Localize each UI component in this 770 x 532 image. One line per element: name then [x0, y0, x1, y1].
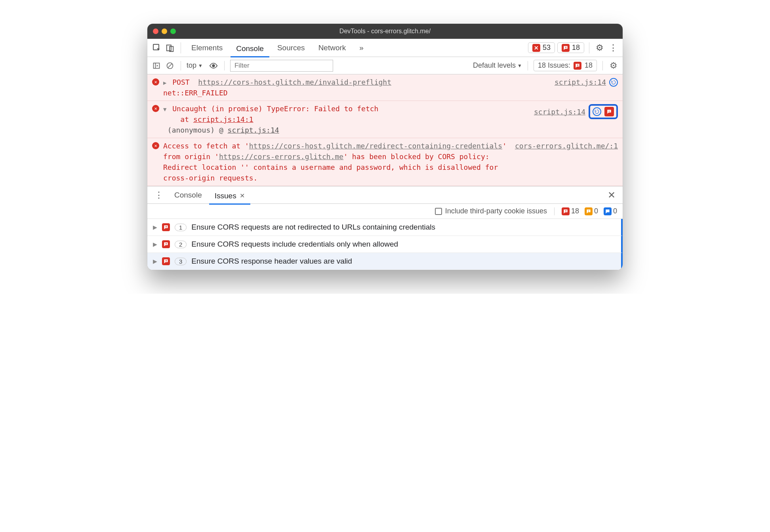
svg-text:!: ! [588, 209, 589, 213]
separator [181, 42, 181, 53]
issues-badge[interactable]: ✕ 18 [557, 42, 584, 53]
issue-icon: ✕ [162, 223, 170, 231]
issue-icon: ✕ [162, 257, 170, 265]
drawer-tab-console[interactable]: Console [169, 188, 208, 202]
issue-title: Ensure CORS requests include credentials… [191, 240, 398, 249]
refresh-icon[interactable] [609, 78, 618, 87]
issues-list: ▶ ✕ 1 Ensure CORS requests are not redir… [147, 219, 623, 270]
collapse-icon[interactable]: ▼ [163, 105, 166, 114]
separator [554, 207, 555, 215]
issue-row[interactable]: ▶ ✕ 1 Ensure CORS requests are not redir… [147, 219, 623, 236]
errors-count: 53 [543, 44, 551, 52]
request-url[interactable]: https://cors-host.glitch.me/invalid-pref… [198, 78, 391, 86]
source-link[interactable]: cors-errors.glitch.me/:1 [515, 141, 618, 151]
issue-row[interactable]: ▶ ✕ 3 Ensure CORS response header values… [147, 253, 623, 270]
tab-more[interactable]: » [354, 41, 369, 55]
expand-icon[interactable]: ▶ [163, 79, 166, 87]
gear-icon[interactable]: ⚙ [608, 61, 619, 71]
drawer-kebab-icon[interactable]: ⋮ [151, 190, 167, 200]
close-tab-icon[interactable]: ✕ [240, 192, 245, 200]
stack-frame: (anonymous) @ [168, 126, 223, 134]
log-message: ▶ POST https://cors-host.glitch.me/inval… [163, 77, 555, 98]
checkbox-label: Include third-party cookie issues [445, 207, 547, 215]
maximize-window[interactable] [170, 28, 176, 34]
expand-icon[interactable]: ▶ [153, 224, 157, 230]
stack-link[interactable]: script.js:14 [228, 126, 279, 134]
issue-count-badge: 3 [175, 258, 187, 265]
log-row-error[interactable]: ✕ ▶ POST https://cors-host.glitch.me/inv… [147, 74, 623, 101]
count-value: 0 [613, 207, 617, 215]
issue-icon: ✕ [562, 207, 570, 215]
log-message: Access to fetch at 'https://cors-host.gl… [163, 141, 515, 183]
tab-console[interactable]: Console [231, 42, 269, 57]
log-source-area: cors-errors.glitch.me/:1 [515, 141, 618, 151]
svg-rect-1 [167, 45, 171, 51]
url-link[interactable]: https://cors-errors.glitch.me [219, 152, 343, 161]
expand-icon[interactable]: ▶ [153, 258, 157, 264]
gear-icon[interactable]: ⚙ [594, 42, 605, 53]
svg-text:✕: ✕ [608, 110, 610, 113]
issue-row[interactable]: ▶ ✕ 2 Ensure CORS requests include crede… [147, 236, 623, 253]
drawer-tab-issues[interactable]: Issues ✕ [209, 189, 250, 205]
source-link[interactable]: script.js:14 [555, 77, 606, 87]
tab-network[interactable]: Network [313, 41, 352, 55]
issue-icon[interactable]: ✕ [604, 107, 614, 116]
log-source-area: script.js:14 [555, 77, 618, 87]
error-icon: ✕ [152, 78, 159, 86]
loglevels-selector[interactable]: Default levels ▼ [473, 61, 522, 70]
source-link[interactable]: script.js:14 [534, 106, 585, 117]
issues-pill[interactable]: 18 Issues: ✕ 18 [534, 60, 597, 71]
traffic-lights [153, 28, 176, 34]
annotation-highlight: ✕ [589, 104, 618, 119]
error-icon: ✕ [152, 105, 159, 112]
tab-sources[interactable]: Sources [272, 41, 311, 55]
expand-icon[interactable]: ▶ [153, 241, 157, 247]
device-icon[interactable] [165, 42, 176, 53]
error-icon: ✕ [152, 142, 159, 149]
url-link[interactable]: rect-containing-credentials [387, 142, 503, 150]
url-link[interactable]: https://cors-host.glitch.me/redi [249, 142, 387, 150]
warning-icon: ! [585, 207, 593, 215]
loglevels-label: Default levels [473, 61, 516, 70]
info-count[interactable]: 0 [604, 207, 617, 215]
separator [181, 61, 181, 70]
kebab-icon[interactable]: ⋮ [608, 42, 619, 53]
console-log-area: ✕ ▶ POST https://cors-host.glitch.me/inv… [147, 74, 623, 186]
stack-at: at [180, 115, 193, 124]
window-title: DevTools - cors-errors.glitch.me/ [339, 28, 431, 35]
error-code: net::ERR_FAILED [163, 89, 228, 97]
error-icon: ✕ [532, 44, 540, 52]
close-window[interactable] [153, 28, 158, 34]
separator [224, 61, 225, 70]
warning-count[interactable]: ! 0 [585, 207, 598, 215]
include-3p-cookie-checkbox[interactable]: Include third-party cookie issues [435, 207, 547, 215]
issue-count-badge: 2 [175, 241, 187, 248]
issues-label: 18 Issues: [538, 61, 570, 70]
http-method: POST [172, 78, 189, 86]
clear-console-icon[interactable] [165, 61, 175, 71]
separator [528, 61, 528, 70]
context-label: top [187, 61, 196, 70]
issue-title: Ensure CORS response header values are v… [191, 257, 352, 266]
stack-link[interactable]: script.js:14:1 [193, 115, 253, 124]
close-drawer-icon[interactable]: ✕ [604, 190, 619, 201]
filter-input[interactable] [230, 60, 333, 72]
issues-filter-bar: Include third-party cookie issues ✕ 18 !… [147, 204, 623, 219]
inspect-icon[interactable] [151, 42, 162, 53]
drawer-tabbar: ⋮ Console Issues ✕ ✕ [147, 186, 623, 204]
minimize-window[interactable] [162, 28, 167, 34]
console-toolbar: top ▼ Default levels ▼ 18 Issues: ✕ 18 ⚙ [147, 57, 623, 74]
sidebar-toggle-icon[interactable] [151, 61, 162, 71]
svg-text:✕: ✕ [564, 209, 566, 212]
log-row-error[interactable]: ✕ Access to fetch at 'https://cors-host.… [147, 138, 623, 186]
issue-title: Ensure CORS requests are not redirected … [191, 223, 435, 232]
log-message: ▼ Uncaught (in promise) TypeError: Faile… [163, 103, 534, 135]
issues-count: 18 [572, 44, 580, 52]
tab-elements[interactable]: Elements [186, 41, 228, 55]
log-row-error[interactable]: ✕ ▼ Uncaught (in promise) TypeError: Fai… [147, 101, 623, 138]
eye-icon[interactable] [208, 61, 219, 71]
refresh-icon[interactable] [593, 107, 601, 116]
context-selector[interactable]: top ▼ [187, 61, 203, 70]
errors-badge[interactable]: ✕ 53 [528, 42, 555, 53]
error-count[interactable]: ✕ 18 [562, 207, 579, 215]
